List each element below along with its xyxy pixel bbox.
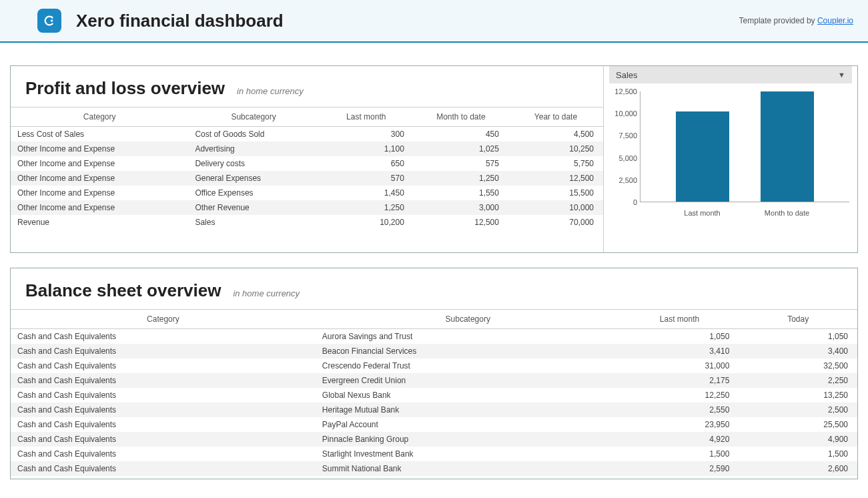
bs-note: in home currency xyxy=(233,288,300,298)
table-row: Other Income and ExpenseGeneral Expenses… xyxy=(11,171,603,186)
pl-card: Profit and loss overview in home currenc… xyxy=(10,65,858,253)
bs-title: Balance sheet overview xyxy=(25,280,221,301)
table-row: Cash and Cash EquivalentsPayPal Account2… xyxy=(11,417,857,432)
pl-chart-section: Sales ▼ 02,5005,0007,50010,00012,500 Las… xyxy=(604,66,857,252)
x-label: Month to date xyxy=(761,209,814,217)
table-row: Cash and Cash EquivalentsHeritage Mutual… xyxy=(11,403,857,417)
bs-card: Balance sheet overview in home currency … xyxy=(10,268,858,479)
svg-point-0 xyxy=(51,19,53,21)
page-title: Xero financial dashboard xyxy=(76,11,284,31)
bs-table-head: CategorySubcategoryLast monthToday xyxy=(11,309,857,329)
table-row: Cash and Cash EquivalentsCrescendo Feder… xyxy=(11,358,857,373)
y-tick: 2,500 xyxy=(618,176,637,184)
bs-table: Cash and Cash EquivalentsAurora Savings … xyxy=(11,329,857,479)
select-value: Sales xyxy=(616,70,638,80)
bs-scroll[interactable]: Cash and Cash EquivalentsAurora Savings … xyxy=(11,329,857,479)
table-row: Cash and Cash EquivalentsGlobal Nexus Ba… xyxy=(11,388,857,403)
logo-icon xyxy=(37,9,61,33)
header-left: Xero financial dashboard xyxy=(37,9,284,33)
pl-col-header: Month to date xyxy=(414,107,508,127)
table-row: Cash and Cash EquivalentsBeacon Financia… xyxy=(11,344,857,358)
table-row: Cash and Cash EquivalentsAurora Savings … xyxy=(11,329,857,344)
pl-note: in home currency xyxy=(237,86,304,96)
chevron-down-icon: ▼ xyxy=(838,71,845,79)
bs-col-header: Last month xyxy=(620,310,739,329)
table-row: Other Income and ExpenseDelivery costs65… xyxy=(11,156,603,171)
table-row: Other Income and ExpenseOther Revenue1,2… xyxy=(11,200,603,215)
table-row: RevenueSales10,20012,50070,000 xyxy=(11,215,603,230)
y-tick: 7,500 xyxy=(618,132,637,140)
table-row: Cash and Cash EquivalentsEvergreen Credi… xyxy=(11,373,857,388)
header: Xero financial dashboard Template provid… xyxy=(0,0,868,43)
y-tick: 12,500 xyxy=(614,87,637,95)
pl-table-section: Profit and loss overview in home currenc… xyxy=(11,66,604,252)
chart-bar xyxy=(761,91,814,202)
template-credit: Template provided by Coupler.io xyxy=(739,16,853,25)
chart-series-select[interactable]: Sales ▼ xyxy=(609,66,852,83)
table-row: Less Cost of SalesCost of Goods Sold3004… xyxy=(11,127,603,142)
table-row: Current AssetsAccounts Receivable22,0002… xyxy=(11,476,857,479)
x-label: Last month xyxy=(676,209,729,217)
pl-col-header: Last month xyxy=(319,107,414,127)
chart-bar xyxy=(676,111,729,202)
table-row: Cash and Cash EquivalentsStarlight Inves… xyxy=(11,447,857,461)
bs-col-header: Category xyxy=(11,310,316,329)
pl-title: Profit and loss overview xyxy=(25,78,225,99)
table-row: Cash and Cash EquivalentsPinnacle Bankin… xyxy=(11,432,857,447)
y-tick: 10,000 xyxy=(614,109,637,117)
y-tick: 5,000 xyxy=(618,154,637,162)
bs-col-header: Today xyxy=(739,310,857,329)
pl-col-header: Year to date xyxy=(508,107,603,127)
table-row: Other Income and ExpenseOffice Expenses1… xyxy=(11,186,603,200)
pl-table: CategorySubcategoryLast monthMonth to da… xyxy=(11,107,603,230)
template-text: Template provided by xyxy=(739,16,817,25)
table-row: Other Income and ExpenseAdvertising1,100… xyxy=(11,142,603,156)
bs-col-header: Subcategory xyxy=(316,310,620,329)
bar-chart: 02,5005,0007,50010,00012,500 Last monthM… xyxy=(609,86,852,220)
table-row: Cash and Cash EquivalentsSummit National… xyxy=(11,461,857,476)
pl-col-header: Category xyxy=(11,107,188,127)
pl-col-header: Subcategory xyxy=(188,107,318,127)
y-tick: 0 xyxy=(633,198,637,206)
coupler-link[interactable]: Coupler.io xyxy=(817,16,853,25)
